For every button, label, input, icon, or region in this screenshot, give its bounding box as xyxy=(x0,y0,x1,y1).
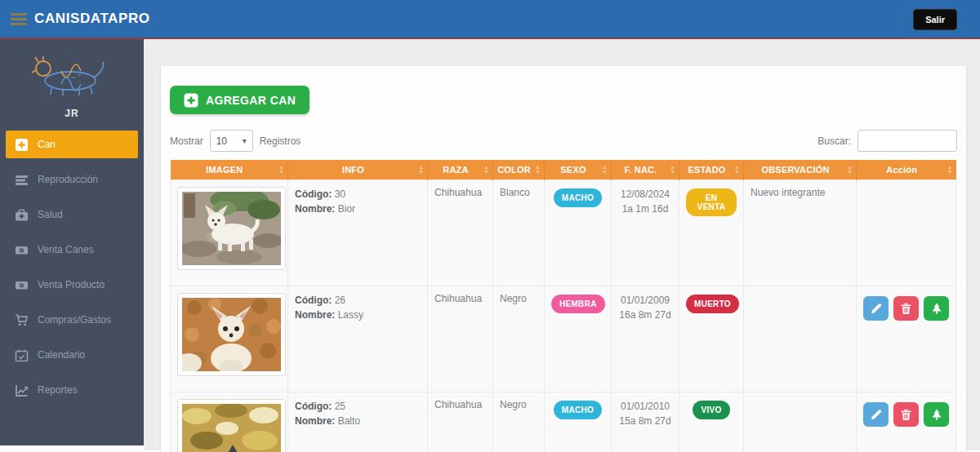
sidebar-item-label: Calendario xyxy=(38,349,85,361)
fnac-age: 1a 1m 16d xyxy=(618,202,672,216)
fnac-age: 16a 8m 27d xyxy=(618,308,672,322)
estado-badge: EN VENTA xyxy=(686,188,737,216)
sexo-badge: MACHO xyxy=(554,188,602,207)
sort-icon: ▲▼ xyxy=(535,164,541,175)
estado-badge: MUERTO xyxy=(686,295,739,313)
search-input[interactable] xyxy=(858,130,957,152)
col-header-estado[interactable]: ESTADO▲▼ xyxy=(679,160,744,179)
accion-cell xyxy=(857,392,956,452)
col-header-fnac[interactable]: F. NAC.▲▼ xyxy=(612,160,679,179)
col-header-observacion[interactable]: OBSERVACIÓN▲▼ xyxy=(744,160,857,179)
sort-icon: ▲▼ xyxy=(602,164,608,175)
app-title: CANISDATAPRO xyxy=(34,11,150,27)
chevron-down-icon: ▾ xyxy=(243,136,247,145)
pedigree-tree-button[interactable] xyxy=(924,402,949,427)
color-cell: Negro xyxy=(493,286,545,392)
sexo-badge: MACHO xyxy=(554,401,602,419)
col-header-sexo[interactable]: SEXO▲▼ xyxy=(545,160,612,179)
page-size-select[interactable]: 10 ▾ xyxy=(210,130,253,152)
dog-photo-thumbnail[interactable] xyxy=(177,187,286,270)
body-row: JR Can Reproducción xyxy=(0,39,980,450)
table-row: Código: 30 Nombre: Bior Chihuahua Blanco… xyxy=(171,179,956,286)
hamburger-menu-icon[interactable] xyxy=(11,11,27,28)
nombre-value: Balto xyxy=(338,415,360,427)
plus-square-icon xyxy=(184,93,198,108)
sort-icon: ▲▼ xyxy=(670,164,675,175)
codigo-line: Código: 26 xyxy=(295,293,421,308)
records-label: Registros xyxy=(260,135,301,147)
fnac-date: 12/08/2024 xyxy=(618,187,672,202)
nombre-line: Nombre: Bior xyxy=(295,202,421,217)
nombre-value: Bior xyxy=(338,203,355,215)
add-can-button[interactable]: AGREGAR CAN xyxy=(170,86,310,114)
observacion-cell xyxy=(744,392,857,452)
nombre-line: Nombre: Balto xyxy=(295,414,421,429)
sexo-badge: HEMBRA xyxy=(551,295,605,313)
user-initials: JR xyxy=(0,108,144,119)
color-cell: Negro xyxy=(493,392,545,452)
app-screen: CANISDATAPRO Salir xyxy=(0,0,980,452)
accion-cell xyxy=(857,286,956,392)
sidebar-item-compras-gastos[interactable]: Compras/Gastos xyxy=(6,306,138,334)
nombre-line: Nombre: Lassy xyxy=(295,308,421,323)
codigo-line: Código: 30 xyxy=(295,187,421,202)
codigo-value: 25 xyxy=(335,401,345,412)
sidebar-item-label: Compras/Gastos xyxy=(38,314,111,326)
sidebar-column: JR Can Reproducción xyxy=(0,39,144,450)
sidebar-item-venta-producto[interactable]: Venta Producto xyxy=(6,271,138,299)
sidebar: JR Can Reproducción xyxy=(0,39,144,445)
logout-button[interactable]: Salir xyxy=(913,9,957,30)
sidebar-item-salud[interactable]: Salud xyxy=(6,201,138,228)
sidebar-item-label: Can xyxy=(38,139,56,150)
delete-button[interactable] xyxy=(893,402,919,427)
sidebar-item-label: Venta Canes xyxy=(38,244,94,255)
col-header-accion[interactable]: Acción▲▼ xyxy=(857,160,956,179)
show-label: Mostrar xyxy=(170,135,203,147)
sidebar-item-can[interactable]: Can xyxy=(6,131,138,158)
sidebar-nav: Can Reproducción xyxy=(0,131,144,404)
sidebar-item-label: Reportes xyxy=(38,384,78,396)
raza-cell: Chihuahua xyxy=(428,392,493,452)
add-can-label: AGREGAR CAN xyxy=(206,94,296,107)
topbar: CANISDATAPRO Salir xyxy=(0,0,980,39)
tree-icon xyxy=(931,303,942,314)
observacion-cell xyxy=(744,286,857,392)
trash-icon xyxy=(901,409,911,420)
sidebar-item-reportes[interactable]: Reportes xyxy=(6,376,138,404)
sidebar-item-venta-canes[interactable]: Venta Canes xyxy=(6,236,138,264)
col-header-color[interactable]: COLOR▲▼ xyxy=(493,160,545,179)
delete-button[interactable] xyxy=(893,296,919,321)
edit-button[interactable] xyxy=(863,402,889,427)
codigo-line: Código: 25 xyxy=(295,399,421,414)
sidebar-item-label: Venta Producto xyxy=(38,279,105,290)
estado-badge: VIVO xyxy=(693,401,729,419)
sort-icon: ▲▼ xyxy=(418,164,424,175)
trash-icon xyxy=(901,303,911,314)
pedigree-tree-button[interactable] xyxy=(924,296,949,321)
raza-cell: Chihuahua xyxy=(428,179,493,286)
col-header-imagen[interactable]: IMAGEN▲▼ xyxy=(171,160,288,179)
table-controls: Mostrar 10 ▾ Registros Buscar: xyxy=(170,130,957,152)
accion-cell xyxy=(857,179,956,286)
sidebar-item-reproduccion[interactable]: Reproducción xyxy=(6,166,138,193)
fnac-date: 01/01/2009 xyxy=(618,293,672,308)
money-bill-icon xyxy=(15,243,29,257)
sort-icon: ▲▼ xyxy=(734,164,740,175)
codigo-value: 30 xyxy=(335,188,345,200)
sidebar-item-calendario[interactable]: Calendario xyxy=(6,341,138,369)
sidebar-item-label: Salud xyxy=(38,209,63,220)
shopping-cart-icon xyxy=(15,313,29,327)
sort-icon: ▲▼ xyxy=(278,164,284,175)
main-content: AGREGAR CAN Mostrar 10 ▾ Registros Busca… xyxy=(144,39,980,450)
dog-photo-thumbnail[interactable] xyxy=(177,293,286,376)
chart-line-icon xyxy=(15,383,29,397)
calendar-check-icon xyxy=(15,348,29,362)
money-bill-icon xyxy=(15,278,29,292)
edit-button[interactable] xyxy=(863,296,889,321)
dog-photo-thumbnail[interactable] xyxy=(177,399,286,452)
plus-square-icon xyxy=(15,138,29,152)
app-logo xyxy=(0,47,144,103)
col-header-raza[interactable]: RAZA▲▼ xyxy=(428,160,493,179)
table-row: Código: 25 Nombre: Balto Chihuahua Negro… xyxy=(171,392,956,452)
col-header-info[interactable]: INFO▲▼ xyxy=(288,160,428,179)
